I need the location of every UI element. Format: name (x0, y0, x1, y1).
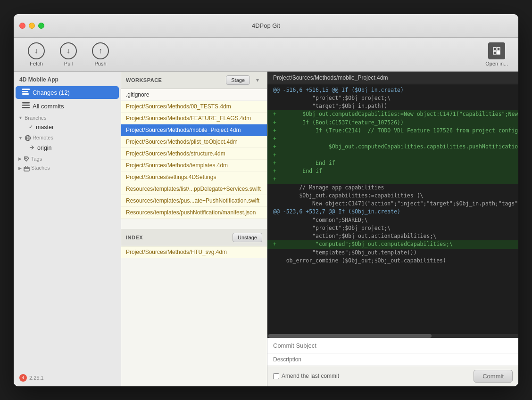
workspace-file-list: .gitignore Project/Sources/Methods/00_TE… (121, 89, 267, 229)
all-commits-icon (22, 102, 30, 110)
checkmark-icon: ✓ (29, 124, 33, 130)
svg-rect-9 (22, 107, 30, 108)
file-item-pushnotification[interactable]: Resources/templates/pus...ate+PushNotifi… (121, 195, 267, 207)
diff-header: Project/Sources/Methods/mobile_Project.4… (267, 72, 518, 84)
fetch-button[interactable]: ↓ Fetch (21, 40, 51, 69)
index-title: INDEX (126, 235, 143, 240)
file-item-gitignore[interactable]: .gitignore (121, 89, 267, 101)
commit-area: Amend the last commit Commit (267, 338, 518, 386)
commit-inputs (267, 338, 518, 366)
remotes-section[interactable]: ▼ Remotes (14, 133, 121, 142)
index-file-list: Project/Sources/Methods/HTU_svg.4dm (121, 246, 267, 386)
file-item-structure[interactable]: Project/Sources/Methods/structure.4dm (121, 148, 267, 160)
sidebar-app-name: 4D Mobile App (14, 72, 121, 86)
open-in-icon (488, 42, 505, 59)
file-item-settings[interactable]: Project/Sources/settings.4DSettings (121, 171, 267, 183)
tags-label: Tags (24, 156, 42, 163)
file-item-feature-flags[interactable]: Project/Sources/Methods/FEATURE_FLAGS.4d… (121, 113, 267, 124)
maximize-button[interactable] (38, 23, 44, 29)
minimize-button[interactable] (29, 23, 35, 29)
svg-rect-4 (22, 89, 30, 90)
stage-button[interactable]: Stage (226, 75, 250, 85)
index-header: INDEX Unstage (121, 229, 267, 246)
version-label: 2.25.1 (29, 375, 44, 381)
push-button[interactable]: ↑ Push (85, 40, 116, 69)
workspace-header: WORKSPACE Stage ▾ (121, 72, 267, 89)
sidebar-footer: 4 2.25.1 (14, 369, 121, 386)
svg-rect-5 (22, 91, 28, 92)
toolbar: ↓ Fetch ↓ Pull ↑ Push Open in... (14, 38, 518, 72)
origin-label: origin (37, 145, 52, 151)
amend-checkbox-label[interactable]: Amend the last commit (273, 373, 339, 379)
collapse-workspace-button[interactable]: ▾ (253, 75, 262, 85)
commit-description-input[interactable] (267, 353, 518, 366)
svg-rect-1 (497, 48, 500, 50)
push-icon: ↑ (92, 42, 109, 59)
unstage-button[interactable]: Unstage (233, 233, 262, 242)
diff-scrollbar-thumb[interactable] (268, 334, 432, 338)
sidebar-item-changes[interactable]: Changes (12) (16, 86, 119, 99)
file-item-ppdelegate[interactable]: Resources/templates/list/...ppDelegate+S… (121, 183, 267, 195)
traffic-lights (19, 23, 44, 29)
svg-rect-15 (24, 167, 29, 171)
staches-triangle: ▶ (18, 166, 22, 171)
diff-content[interactable]: @@ -516,6 +516,15 @@ If ($Obj_in.create)… (267, 84, 518, 334)
sidebar-changes-label: Changes (12) (33, 89, 70, 96)
push-label: Push (94, 61, 106, 66)
middle-panel: WORKSPACE Stage ▾ .gitignore Project/Sou… (121, 72, 267, 386)
pull-label: Pull (64, 61, 73, 66)
window-title: 4DPop Git (252, 22, 280, 29)
branches-triangle: ▼ (18, 115, 23, 120)
file-item-templates[interactable]: Project/Sources/Methods/templates.4dm (121, 160, 267, 171)
svg-rect-3 (497, 51, 500, 54)
svg-rect-0 (493, 48, 496, 50)
remotes-label: Remotes (25, 135, 53, 141)
master-label: master (36, 124, 54, 131)
sidebar: 4D Mobile App Changes (12) (14, 72, 121, 386)
tags-section[interactable]: ▶ Tags (14, 154, 121, 163)
pull-button[interactable]: ↓ Pull (53, 40, 83, 69)
titlebar: 4DPop Git (14, 14, 518, 38)
origin-icon (29, 145, 34, 152)
svg-rect-8 (22, 105, 30, 106)
file-item-00tests[interactable]: Project/Sources/Methods/00_TESTS.4dm (121, 101, 267, 113)
sidebar-item-all-commits[interactable]: All commits (16, 100, 119, 113)
commit-subject-input[interactable] (267, 338, 518, 353)
sidebar-all-commits-label: All commits (33, 103, 64, 110)
svg-rect-7 (22, 102, 30, 104)
close-button[interactable] (19, 23, 25, 29)
pull-icon: ↓ (60, 42, 77, 59)
sidebar-item-master[interactable]: ✓ master (16, 122, 119, 132)
file-item-mobile-project[interactable]: Project/Sources/Methods/mobile_Project.4… (121, 124, 267, 136)
svg-rect-2 (493, 51, 496, 54)
file-item-manifest[interactable]: Resources/templates/pushNotification/man… (121, 207, 267, 219)
amend-label-text: Amend the last commit (282, 373, 339, 379)
main-window: 4DPop Git ↓ Fetch ↓ Pull ↑ Push Open (14, 14, 518, 386)
svg-point-14 (25, 158, 26, 159)
file-item-plist[interactable]: Project/Sources/Methods/plist_toObject.4… (121, 136, 267, 148)
right-panel: Project/Sources/Methods/mobile_Project.4… (267, 72, 518, 386)
branches-section[interactable]: ▼ Branches (14, 113, 121, 122)
open-in-button[interactable]: Open in... (482, 40, 512, 69)
sidebar-item-origin[interactable]: origin (16, 143, 119, 154)
file-item-htu-svg[interactable]: Project/Sources/Methods/HTU_svg.4dm (121, 246, 267, 258)
main-area: 4D Mobile App Changes (12) (14, 72, 518, 386)
amend-checkbox[interactable] (273, 373, 279, 379)
svg-rect-6 (22, 93, 29, 95)
open-in-label: Open in... (485, 61, 508, 66)
staches-label: Staches (24, 165, 50, 171)
diff-scrollbar[interactable] (267, 334, 518, 338)
commit-footer: Amend the last commit Commit (267, 366, 518, 386)
commit-button[interactable]: Commit (474, 370, 513, 383)
branches-label: Branches (25, 115, 46, 121)
remotes-triangle: ▼ (18, 136, 23, 140)
workspace-title: WORKSPACE (126, 77, 162, 83)
tags-triangle: ▶ (18, 156, 22, 161)
fetch-label: Fetch (30, 61, 43, 66)
version-icon: 4 (19, 374, 27, 382)
changes-icon (22, 89, 30, 97)
fetch-icon: ↓ (28, 42, 45, 59)
staches-section[interactable]: ▶ Staches (14, 163, 121, 172)
